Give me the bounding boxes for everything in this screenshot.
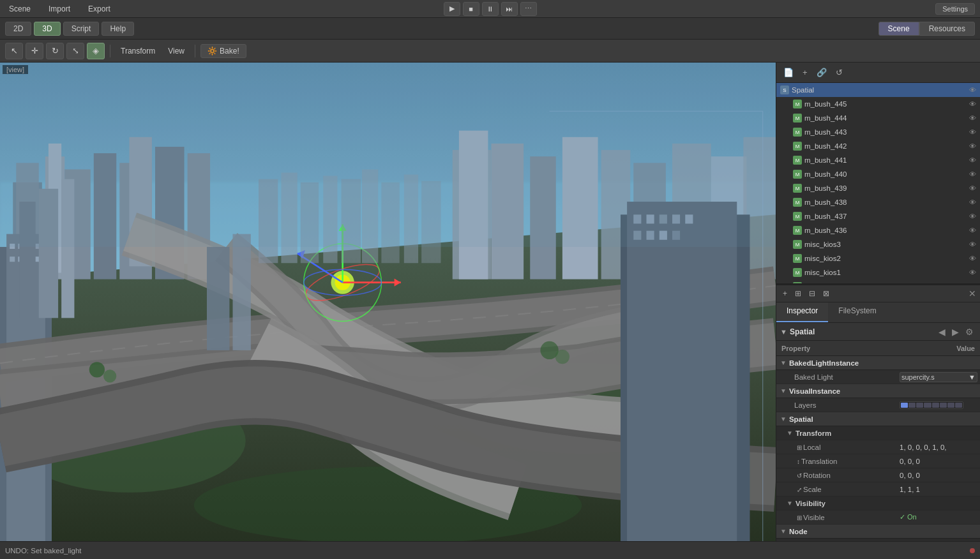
- mode-script[interactable]: Script: [63, 22, 100, 36]
- sub-section-visibility[interactable]: ▼ Visibility: [776, 496, 980, 511]
- visibility-toggle-7[interactable]: 👁: [969, 184, 976, 192]
- section-expand-baked: ▼: [780, 359, 787, 366]
- tree-item-misc-kios3[interactable]: M misc_kios3 👁: [776, 237, 980, 251]
- settings-button[interactable]: Settings: [935, 3, 975, 15]
- prop-col-header: Property: [776, 345, 897, 352]
- mesh-icon-1: M: [793, 114, 802, 123]
- tree-item-m-bush-443[interactable]: M m_bush_443 👁: [776, 125, 980, 139]
- rotate-tool[interactable]: ↻: [46, 43, 64, 59]
- nav-back-button[interactable]: ◀: [936, 326, 948, 338]
- tree-item-m-bush-444[interactable]: M m_bush_444 👁: [776, 111, 980, 125]
- more-button[interactable]: ⋯: [520, 2, 537, 16]
- tab-inspector[interactable]: Inspector: [776, 302, 828, 322]
- prop-name-layers: Layers: [776, 401, 897, 409]
- section-spatial[interactable]: ▼ Spatial: [776, 412, 980, 426]
- scale-tool[interactable]: ⤡: [66, 43, 84, 59]
- tree-item-m-bush-436[interactable]: M m_bush_436 👁: [776, 223, 980, 237]
- section-node[interactable]: ▼ Node: [776, 525, 980, 539]
- tree-item-m-bush-442[interactable]: M m_bush_442 👁: [776, 139, 980, 153]
- tree-item-label-8: m_bush_438: [804, 198, 967, 206]
- bake-button[interactable]: 🔆 Bake!: [200, 44, 246, 58]
- visibility-toggle-3[interactable]: 👁: [969, 128, 976, 136]
- rotation-icon: ↺: [797, 472, 802, 479]
- visibility-toggle-0[interactable]: 👁: [969, 86, 976, 94]
- mode-2d[interactable]: 2D: [5, 22, 31, 36]
- tree-item-m-bush-437[interactable]: M m_bush_437 👁: [776, 209, 980, 223]
- pause-button[interactable]: ⏸: [482, 2, 499, 16]
- prop-value-layers[interactable]: [897, 401, 980, 409]
- step-button[interactable]: ⏭: [501, 2, 518, 16]
- tree-item-m-bush-439[interactable]: M m_bush_439 👁: [776, 181, 980, 195]
- visibility-toggle-9[interactable]: 👁: [969, 212, 976, 220]
- visibility-toggle-5[interactable]: 👁: [969, 156, 976, 164]
- viewport[interactable]: [view]: [0, 63, 776, 541]
- scene-tree-toolbar: 📄 + 🔗 ↺: [776, 63, 980, 83]
- mini-refresh-btn[interactable]: ⊠: [820, 288, 832, 299]
- instance-button[interactable]: 🔗: [813, 66, 830, 78]
- prop-value-baked-light[interactable]: supercity.s ▼: [897, 372, 980, 382]
- tab-resources[interactable]: Resources: [919, 22, 975, 36]
- section-visual-instance[interactable]: ▼ VisualInstance: [776, 384, 980, 398]
- new-node-button[interactable]: 📄: [780, 66, 797, 78]
- tree-item-misc-kios1[interactable]: M misc_kios1 👁: [776, 265, 980, 280]
- tree-item-m-bush-441[interactable]: M m_bush_441 👁: [776, 153, 980, 167]
- visibility-toggle-2[interactable]: 👁: [969, 114, 976, 122]
- view-label[interactable]: View: [163, 45, 190, 57]
- tab-filesystem[interactable]: FileSystem: [828, 302, 886, 322]
- visibility-toggle-4[interactable]: 👁: [969, 142, 976, 150]
- tab-scene[interactable]: Scene: [878, 22, 919, 36]
- spatial-node-title: Spatial: [790, 327, 933, 336]
- tree-item-misc-kios2[interactable]: M misc_kios2 👁: [776, 251, 980, 265]
- mini-filter-btn[interactable]: ⊟: [806, 288, 818, 299]
- tree-item-m-bush-438[interactable]: M m_bush_438 👁: [776, 195, 980, 209]
- visibility-toggle-6[interactable]: 👁: [969, 170, 976, 178]
- scene-tree[interactable]: S Spatial 👁 M m_bush_445 👁 M m_bush_444 …: [776, 83, 980, 283]
- move-tool[interactable]: ✛: [26, 43, 43, 59]
- sub-section-transform[interactable]: ▼ Transform: [776, 426, 980, 440]
- tree-item-m-bush-445[interactable]: M m_bush_445 👁: [776, 97, 980, 111]
- menu-scene[interactable]: Scene: [5, 3, 34, 15]
- tree-item-label-7: m_bush_439: [804, 184, 967, 192]
- prop-value-translation[interactable]: 0, 0, 0: [897, 458, 980, 465]
- prop-value-visible[interactable]: ✓ On: [897, 513, 980, 521]
- layers-bar[interactable]: [900, 401, 963, 409]
- mesh-icon-9: M: [793, 226, 802, 235]
- nav-fwd-button[interactable]: ▶: [949, 326, 961, 338]
- mode-3d[interactable]: 3D: [34, 22, 60, 36]
- toolbar-separator-1: [110, 45, 110, 57]
- visibility-toggle-1[interactable]: 👁: [969, 100, 976, 108]
- menu-export[interactable]: Export: [84, 3, 114, 15]
- menu-import[interactable]: Import: [45, 3, 74, 15]
- visibility-toggle-10[interactable]: 👁: [969, 227, 976, 234]
- transform-label[interactable]: Transform: [116, 45, 160, 57]
- mini-close-btn[interactable]: ✕: [969, 288, 976, 299]
- visibility-toggle-12[interactable]: 👁: [969, 255, 976, 262]
- mode-help[interactable]: Help: [102, 22, 134, 36]
- mini-toolbar: + ⊞ ⊟ ⊠ ✕: [776, 285, 980, 302]
- visibility-toggle-13[interactable]: 👁: [969, 269, 976, 276]
- visibility-toggle-8[interactable]: 👁: [969, 198, 976, 206]
- prop-value-rotation[interactable]: 0, 0, 0: [897, 472, 980, 479]
- mini-link-btn[interactable]: ⊞: [792, 288, 804, 299]
- tree-item-m-bush-440[interactable]: M m_bush_440 👁: [776, 167, 980, 181]
- section-expand-node: ▼: [780, 528, 787, 535]
- refresh-button[interactable]: ↺: [833, 66, 846, 78]
- visibility-toggle-11[interactable]: 👁: [969, 241, 976, 248]
- mesh-icon-0: M: [793, 100, 802, 108]
- tree-item-spatial[interactable]: S Spatial 👁: [776, 83, 980, 97]
- transform-tool[interactable]: ◈: [87, 43, 105, 59]
- prop-value-local[interactable]: 1, 0, 0, 0, 1, 0,: [897, 443, 980, 451]
- mini-add-btn[interactable]: +: [780, 288, 790, 299]
- visible-icon: ⊞: [797, 514, 802, 521]
- select-tool[interactable]: ↖: [5, 43, 23, 59]
- section-name-spatial: Spatial: [789, 415, 813, 423]
- inspector-settings-button[interactable]: ⚙: [963, 326, 976, 338]
- sub-section-process[interactable]: ▼ Process: [776, 539, 980, 541]
- mesh-icon-10: M: [793, 240, 802, 249]
- stop-button[interactable]: ■: [463, 2, 479, 16]
- play-button[interactable]: ▶: [444, 2, 460, 16]
- add-child-button[interactable]: +: [799, 66, 811, 78]
- baked-light-dropdown[interactable]: supercity.s ▼: [900, 372, 977, 382]
- section-baked-light[interactable]: ▼ BakedLightInstance: [776, 356, 980, 370]
- prop-value-scale[interactable]: 1, 1, 1: [897, 486, 980, 493]
